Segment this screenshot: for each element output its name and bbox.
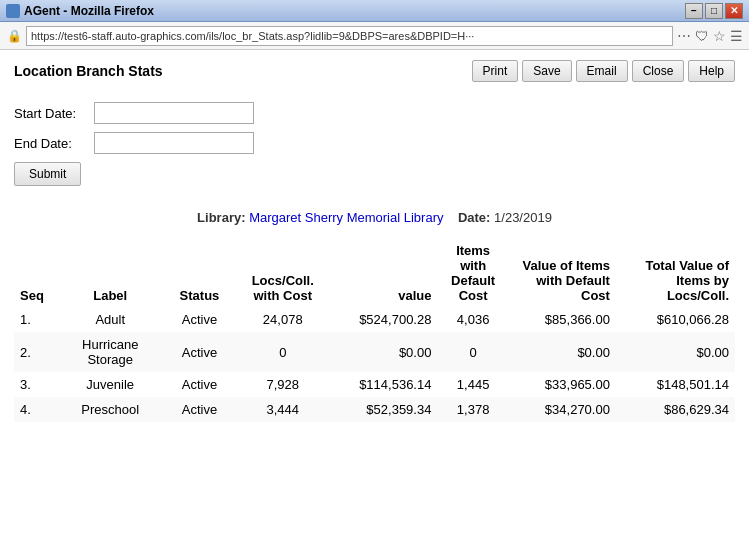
- cell-locs: 0: [235, 332, 330, 372]
- cell-items-default: 1,445: [437, 372, 508, 397]
- cell-label: Hurricane Storage: [57, 332, 164, 372]
- cell-label: Adult: [57, 307, 164, 332]
- menu-icon[interactable]: ☰: [730, 28, 743, 44]
- col-header-total-value: Total Value of Items by Locs/Coll.: [616, 239, 735, 307]
- col-header-items-default: Items with Default Cost: [437, 239, 508, 307]
- table-row: 3.JuvenileActive7,928$114,536.141,445$33…: [14, 372, 735, 397]
- cell-value: $114,536.14: [330, 372, 437, 397]
- title-bar-controls[interactable]: − □ ✕: [685, 3, 743, 19]
- cell-items-default: 4,036: [437, 307, 508, 332]
- cell-seq: 4.: [14, 397, 57, 422]
- col-header-locs: Locs/Coll. with Cost: [235, 239, 330, 307]
- table-row: 4.PreschoolActive3,444$52,359.341,378$34…: [14, 397, 735, 422]
- end-date-input[interactable]: [94, 132, 254, 154]
- page-header: Location Branch Stats Print Save Email C…: [14, 60, 735, 88]
- cell-locs: 24,078: [235, 307, 330, 332]
- address-bar: 🔒 ⋯ 🛡 ☆ ☰: [0, 22, 749, 50]
- lock-icon: 🔒: [6, 28, 22, 44]
- date-value: 1/23/2019: [494, 210, 552, 225]
- bookmark-icon[interactable]: ☆: [713, 28, 726, 44]
- cell-label: Juvenile: [57, 372, 164, 397]
- cell-locs: 7,928: [235, 372, 330, 397]
- title-bar: AGent - Mozilla Firefox − □ ✕: [0, 0, 749, 22]
- page-content: Location Branch Stats Print Save Email C…: [0, 50, 749, 432]
- cell-total-value: $610,066.28: [616, 307, 735, 332]
- col-header-value-default: Value of Items with Default Cost: [509, 239, 616, 307]
- date-label: Date:: [458, 210, 491, 225]
- cell-seq: 2.: [14, 332, 57, 372]
- start-date-label: Start Date:: [14, 106, 94, 121]
- form-section: Start Date: End Date: Submit: [14, 102, 735, 200]
- cell-value-default: $0.00: [509, 332, 616, 372]
- cell-total-value: $0.00: [616, 332, 735, 372]
- cell-value-default: $33,965.00: [509, 372, 616, 397]
- close-button[interactable]: Close: [632, 60, 685, 82]
- cell-status: Active: [164, 307, 235, 332]
- print-button[interactable]: Print: [472, 60, 519, 82]
- close-window-button[interactable]: ✕: [725, 3, 743, 19]
- cell-items-default: 0: [437, 332, 508, 372]
- address-input[interactable]: [26, 26, 673, 46]
- save-button[interactable]: Save: [522, 60, 571, 82]
- cell-seq: 1.: [14, 307, 57, 332]
- cell-value-default: $85,366.00: [509, 307, 616, 332]
- cell-status: Active: [164, 397, 235, 422]
- maximize-button[interactable]: □: [705, 3, 723, 19]
- cell-value: $0.00: [330, 332, 437, 372]
- col-header-status: Status: [164, 239, 235, 307]
- minimize-button[interactable]: −: [685, 3, 703, 19]
- table-header-row: Seq Label Status Locs/Coll. with Cost va…: [14, 239, 735, 307]
- cell-status: Active: [164, 332, 235, 372]
- browser-content: Location Branch Stats Print Save Email C…: [0, 50, 749, 533]
- cell-seq: 3.: [14, 372, 57, 397]
- table-row: 1.AdultActive24,078$524,700.284,036$85,3…: [14, 307, 735, 332]
- start-date-input[interactable]: [94, 102, 254, 124]
- page-title: Location Branch Stats: [14, 63, 163, 79]
- window-title: AGent - Mozilla Firefox: [24, 4, 154, 18]
- cell-total-value: $86,629.34: [616, 397, 735, 422]
- email-button[interactable]: Email: [576, 60, 628, 82]
- submit-button[interactable]: Submit: [14, 162, 81, 186]
- end-date-label: End Date:: [14, 136, 94, 151]
- cell-locs: 3,444: [235, 397, 330, 422]
- cell-label: Preschool: [57, 397, 164, 422]
- stats-table: Seq Label Status Locs/Coll. with Cost va…: [14, 239, 735, 422]
- firefox-icon: [6, 4, 20, 18]
- help-button[interactable]: Help: [688, 60, 735, 82]
- header-buttons: Print Save Email Close Help: [472, 60, 735, 82]
- shield-icon[interactable]: 🛡: [695, 28, 709, 44]
- cell-value: $524,700.28: [330, 307, 437, 332]
- table-row: 2.Hurricane StorageActive0$0.000$0.00$0.…: [14, 332, 735, 372]
- cell-status: Active: [164, 372, 235, 397]
- more-options-icon[interactable]: ⋯: [677, 28, 691, 44]
- col-header-seq: Seq: [14, 239, 57, 307]
- end-date-row: End Date:: [14, 132, 735, 154]
- col-header-label: Label: [57, 239, 164, 307]
- start-date-row: Start Date:: [14, 102, 735, 124]
- col-header-value: value: [330, 239, 437, 307]
- address-bar-actions: ⋯ 🛡 ☆ ☰: [677, 28, 743, 44]
- library-info: Library: Margaret Sherry Memorial Librar…: [14, 210, 735, 225]
- library-name: Margaret Sherry Memorial Library: [249, 210, 443, 225]
- library-label: Library:: [197, 210, 245, 225]
- cell-value-default: $34,270.00: [509, 397, 616, 422]
- title-bar-left: AGent - Mozilla Firefox: [6, 4, 154, 18]
- cell-value: $52,359.34: [330, 397, 437, 422]
- cell-items-default: 1,378: [437, 397, 508, 422]
- cell-total-value: $148,501.14: [616, 372, 735, 397]
